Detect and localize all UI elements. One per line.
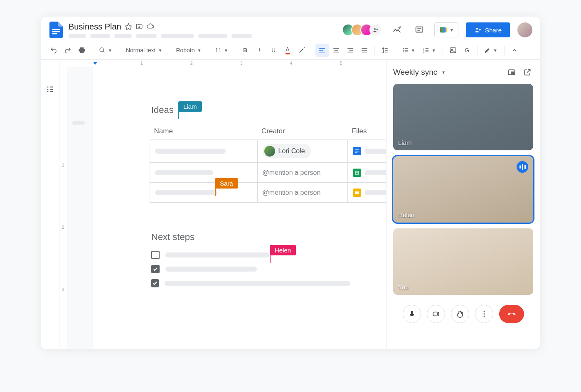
- document-page[interactable]: Liam Sara Helen Ideas Name Creator Files…: [93, 67, 386, 349]
- checklist-item[interactable]: [151, 251, 350, 259]
- collaborator-avatars[interactable]: [342, 24, 382, 36]
- move-folder-icon[interactable]: [135, 23, 143, 30]
- video-tile-helen[interactable]: Helen: [393, 156, 533, 223]
- align-left-button[interactable]: [315, 44, 329, 57]
- slides-file-icon: [353, 189, 361, 197]
- checklist-item[interactable]: [151, 279, 350, 287]
- font-select[interactable]: Roboto▼: [172, 45, 204, 55]
- popout-icon[interactable]: [522, 66, 533, 78]
- header-actions: ▼ Share: [342, 22, 532, 37]
- align-right-button[interactable]: [344, 44, 357, 57]
- undo-button[interactable]: [47, 44, 60, 57]
- zoom-select[interactable]: ▼: [96, 45, 116, 55]
- next-steps-section[interactable]: Next steps: [151, 232, 350, 287]
- svg-point-26: [483, 316, 485, 317]
- align-justify-button[interactable]: [358, 44, 371, 57]
- table-header-name: Name: [150, 127, 258, 140]
- editing-mode-button[interactable]: ▼: [481, 45, 501, 55]
- insert-link-button[interactable]: G: [460, 44, 474, 57]
- meeting-title[interactable]: Weekly sync: [393, 68, 437, 77]
- mention-placeholder[interactable]: @mention a person: [263, 169, 321, 176]
- horizontal-ruler[interactable]: 1 2 3 4 5 6: [59, 60, 386, 67]
- table-row[interactable]: @mention a person: [150, 183, 387, 203]
- collaborator-cursor-liam: Liam: [178, 101, 202, 112]
- italic-button[interactable]: I: [253, 44, 266, 57]
- video-tile-you[interactable]: You: [393, 228, 533, 295]
- collaborator-cursor-helen: Helen: [270, 245, 296, 255]
- file-chip-doc[interactable]: [353, 147, 386, 155]
- section-heading-next-steps[interactable]: Next steps: [151, 232, 350, 243]
- numbered-list-button[interactable]: 123▼: [419, 45, 439, 55]
- bold-button[interactable]: B: [239, 44, 252, 57]
- svg-text:3: 3: [423, 51, 424, 53]
- vertical-ruler[interactable]: 1 2 3 4: [59, 67, 67, 349]
- print-button[interactable]: [75, 44, 89, 57]
- redo-button[interactable]: [61, 44, 74, 57]
- file-chip-sheet[interactable]: [353, 169, 386, 177]
- svg-point-7: [100, 48, 103, 51]
- collaborator-cursor-sara: Sara: [215, 178, 238, 189]
- outline-icon[interactable]: [45, 85, 55, 95]
- document-title[interactable]: Business Plan: [69, 22, 121, 32]
- cloud-status-icon[interactable]: [146, 23, 155, 30]
- raise-hand-button[interactable]: [451, 305, 469, 323]
- share-people-icon: [474, 26, 482, 34]
- svg-rect-1: [52, 31, 60, 32]
- picture-in-picture-icon[interactable]: [506, 66, 517, 78]
- checkbox-unchecked[interactable]: [151, 251, 160, 259]
- highlight-button[interactable]: [295, 44, 308, 57]
- insert-image-button[interactable]: [446, 44, 460, 57]
- mute-button[interactable]: [403, 305, 421, 323]
- meet-sidebar: Weekly sync ▼ Liam Helen You: [386, 60, 540, 349]
- table-row[interactable]: @mention a person: [150, 163, 387, 183]
- svg-rect-16: [355, 149, 359, 150]
- menu-bar[interactable]: [69, 34, 252, 38]
- mention-chip[interactable]: Lori Cole: [263, 144, 311, 158]
- table-header-creator: Creator: [257, 127, 348, 140]
- style-select[interactable]: Normal text▼: [123, 45, 165, 55]
- star-icon[interactable]: [125, 23, 132, 30]
- align-center-button[interactable]: [330, 44, 343, 57]
- profile-avatar[interactable]: [517, 22, 532, 37]
- meet-button[interactable]: ▼: [434, 22, 458, 37]
- more-options-button[interactable]: [475, 305, 493, 323]
- anonymous-avatar[interactable]: [369, 24, 382, 36]
- svg-point-25: [483, 314, 485, 315]
- video-tile-name: Helen: [398, 211, 414, 218]
- share-button[interactable]: Share: [466, 22, 510, 37]
- collapse-toolbar-button[interactable]: [508, 44, 521, 57]
- font-size-select[interactable]: 11▼: [212, 45, 231, 55]
- docs-file-icon: [353, 147, 361, 155]
- svg-point-3: [374, 28, 376, 30]
- video-tile-name: Liam: [398, 139, 412, 146]
- svg-point-4: [377, 29, 378, 30]
- file-chip-slides[interactable]: [353, 189, 386, 197]
- svg-rect-2: [52, 33, 57, 34]
- ideas-table[interactable]: Name Creator Files Lori Cole @mention a …: [150, 127, 386, 203]
- svg-rect-17: [355, 151, 359, 152]
- end-call-button[interactable]: [499, 305, 524, 323]
- mention-placeholder[interactable]: @mention a person: [263, 189, 321, 196]
- svg-rect-23: [433, 312, 437, 316]
- svg-point-6: [476, 28, 478, 30]
- indent-marker-icon[interactable]: [93, 61, 98, 66]
- bullet-list-button[interactable]: ▼: [399, 45, 419, 55]
- line-spacing-button[interactable]: [378, 44, 391, 57]
- speaking-indicator-icon: [517, 161, 528, 173]
- title-block: Business Plan: [69, 22, 252, 38]
- camera-button[interactable]: [427, 305, 445, 323]
- docs-logo-icon[interactable]: [49, 21, 64, 39]
- chevron-down-icon[interactable]: ▼: [441, 70, 446, 75]
- activity-icon[interactable]: [389, 22, 404, 37]
- canvas[interactable]: 1 2 3 4 5 6 1 2 3 4 Liam Sara Helen Idea…: [59, 60, 386, 349]
- checkbox-checked[interactable]: [151, 279, 159, 287]
- video-tile-liam[interactable]: Liam: [393, 84, 533, 150]
- comments-icon[interactable]: [412, 22, 427, 37]
- underline-button[interactable]: U: [267, 44, 280, 57]
- checklist-item[interactable]: [151, 265, 350, 273]
- svg-point-9: [403, 50, 404, 51]
- text-color-button[interactable]: A: [281, 44, 294, 57]
- svg-point-10: [403, 51, 404, 53]
- table-row[interactable]: Lori Cole: [150, 140, 387, 163]
- checkbox-checked[interactable]: [151, 265, 160, 273]
